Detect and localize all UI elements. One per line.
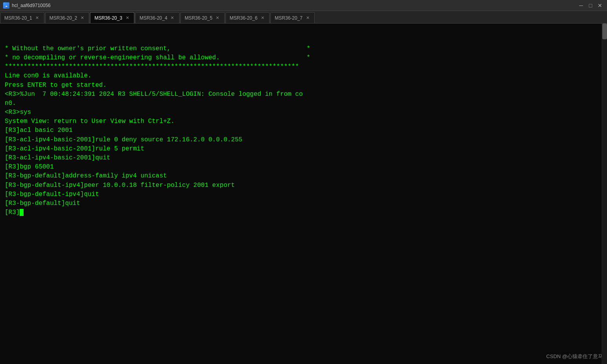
- tab-close-icon[interactable]: ✕: [260, 15, 265, 21]
- terminal-line: [R3]: [5, 208, 602, 217]
- tab-label: MSR36-20_4: [139, 15, 167, 21]
- terminal-line: [R3]acl basic 2001: [5, 126, 602, 135]
- terminal-line: System View: return to User View with Ct…: [5, 117, 602, 126]
- terminal-line: ****************************************…: [5, 62, 602, 71]
- tab-msr36-20-1[interactable]: MSR36-20_1✕: [0, 12, 44, 23]
- terminal-line: * no decompiling or reverse-engineering …: [5, 53, 602, 62]
- tab-close-icon[interactable]: ✕: [215, 15, 220, 21]
- restore-button[interactable]: □: [587, 2, 594, 9]
- window-controls: ─ □ ✕: [577, 2, 604, 9]
- tab-close-icon[interactable]: ✕: [305, 15, 310, 21]
- terminal-line: [R3-acl-ipv4-basic-2001]quit: [5, 154, 602, 163]
- tab-label: MSR36-20_2: [50, 15, 77, 21]
- terminal-line: [R3-acl-ipv4-basic-2001]rule 0 deny sour…: [5, 135, 602, 145]
- tab-msr36-20-4[interactable]: MSR36-20_4✕: [135, 12, 180, 23]
- tab-close-icon[interactable]: ✕: [170, 15, 175, 21]
- terminal-line: [R3-bgp-default-ipv4]quit: [5, 190, 602, 199]
- terminal-line: n0.: [5, 99, 602, 108]
- terminal-body: * Without the owner's prior written cons…: [0, 24, 607, 364]
- tab-label: MSR36-20_1: [4, 15, 32, 21]
- app-icon: ☁: [3, 2, 9, 9]
- terminal-content: * Without the owner's prior written cons…: [5, 27, 602, 217]
- tab-close-icon[interactable]: ✕: [35, 15, 40, 21]
- tab-msr36-20-2[interactable]: MSR36-20_2✕: [45, 12, 90, 23]
- tab-label: MSR36-20_5: [185, 15, 213, 21]
- close-button[interactable]: ✕: [596, 2, 604, 9]
- watermark: CSDN @心猿牵住了意马: [546, 353, 603, 360]
- tab-msr36-20-3[interactable]: MSR36-20_3✕: [90, 12, 134, 23]
- terminal-line: <R3>%Jun 7 00:48:24:391 2024 R3 SHELL/5/…: [5, 90, 602, 99]
- terminal-line: <R3>sys: [5, 108, 602, 117]
- tab-label: MSR36-20_6: [230, 15, 258, 21]
- title-bar-left: ☁ hcl_aaf6d9710056: [3, 2, 51, 9]
- tab-close-icon[interactable]: ✕: [79, 15, 85, 21]
- title-bar: ☁ hcl_aaf6d9710056 ─ □ ✕: [0, 0, 607, 11]
- tab-msr36-20-6[interactable]: MSR36-20_6✕: [226, 12, 270, 23]
- terminal-line: [R3-bgp-default]quit: [5, 199, 602, 208]
- terminal-cursor: [20, 209, 24, 216]
- tabs-bar: MSR36-20_1✕MSR36-20_2✕MSR36-20_3✕MSR36-2…: [0, 11, 607, 24]
- tab-msr36-20-7[interactable]: MSR36-20_7✕: [270, 12, 315, 23]
- terminal-line: * Without the owner's prior written cons…: [5, 44, 602, 53]
- scrollbar[interactable]: [601, 24, 607, 364]
- scrollbar-thumb[interactable]: [602, 24, 607, 39]
- tab-close-icon[interactable]: ✕: [125, 15, 130, 21]
- cloud-icon: ☁: [5, 3, 7, 8]
- terminal-line: [R3-bgp-default]address-family ipv4 unic…: [5, 172, 602, 181]
- window-title: hcl_aaf6d9710056: [12, 3, 51, 8]
- tab-label: MSR36-20_7: [275, 15, 303, 21]
- terminal-line: [R3]bgp 65001: [5, 163, 602, 172]
- terminal-line: [R3-bgp-default-ipv4]peer 10.0.0.18 filt…: [5, 181, 602, 190]
- tab-msr36-20-5[interactable]: MSR36-20_5✕: [180, 12, 225, 23]
- minimize-button[interactable]: ─: [577, 2, 585, 9]
- tab-label: MSR36-20_3: [94, 15, 122, 21]
- terminal-line: Line con0 is available.: [5, 71, 602, 80]
- terminal-line: [R3-acl-ipv4-basic-2001]rule 5 permit: [5, 145, 602, 154]
- terminal-line: Press ENTER to get started.: [5, 81, 602, 90]
